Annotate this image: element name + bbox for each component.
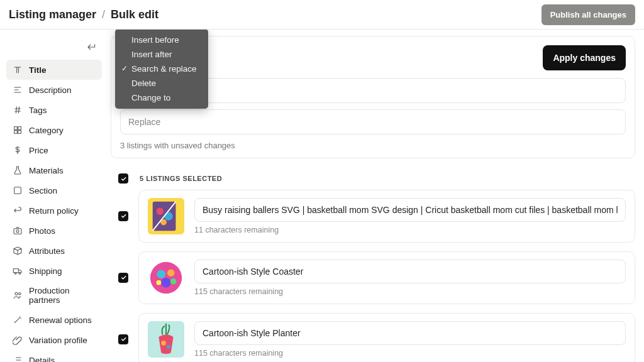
svg-rect-2 [14, 131, 18, 134]
svg-point-21 [161, 278, 170, 287]
sidebar-item-tags[interactable]: Tags [6, 100, 102, 120]
truck-icon [13, 266, 23, 276]
listing-title-input[interactable] [194, 321, 626, 345]
publish-button[interactable]: Publish all changes [541, 4, 635, 25]
svg-rect-5 [14, 229, 21, 234]
align-left-icon [13, 85, 23, 95]
operation-menu: Insert beforeInsert afterSearch & replac… [115, 30, 208, 109]
sidebar-item-section[interactable]: Section [6, 180, 102, 200]
grid-icon [13, 125, 23, 135]
listing-checkbox[interactable] [118, 273, 128, 283]
listing-row: 115 characters remaining [111, 313, 635, 362]
sidebar-item-return-policy[interactable]: Return policy [6, 200, 102, 221]
type-icon [13, 65, 23, 75]
sidebar-item-category[interactable]: Category [6, 120, 102, 140]
listing-card: 115 characters remaining [138, 313, 635, 362]
sidebar-item-label: Section [29, 186, 57, 195]
menu-item-insert-before[interactable]: Insert before [115, 33, 208, 47]
sidebar-item-label: Title [29, 65, 47, 75]
listing-title-input[interactable] [194, 260, 626, 283]
wand-icon [13, 315, 23, 325]
sidebar-item-production-partners[interactable]: Production partners [6, 281, 102, 310]
svg-point-15 [164, 212, 173, 221]
sidebar-item-label: Category [29, 126, 64, 135]
menu-item-change-to[interactable]: Change to [115, 90, 208, 105]
breadcrumb-root[interactable]: Listing manager [9, 8, 96, 21]
clip-icon [13, 335, 23, 345]
dollar-icon [13, 145, 23, 155]
sidebar: TitleDescriptionTagsCategoryPriceMateria… [0, 30, 106, 362]
bulk-edit-panel: Insert beforeInsert afterSearch & replac… [111, 36, 635, 158]
svg-point-20 [167, 269, 175, 277]
menu-item-delete[interactable]: Delete [115, 76, 208, 90]
listing-thumbnail[interactable] [148, 198, 184, 234]
box-icon [13, 246, 23, 256]
sidebar-item-label: Tags [29, 106, 47, 115]
svg-point-6 [16, 230, 19, 233]
sidebar-item-label: Price [29, 146, 48, 155]
beaker-icon [13, 165, 23, 175]
svg-point-22 [170, 278, 177, 285]
sidebar-item-label: Materials [29, 166, 64, 175]
svg-point-14 [157, 207, 164, 215]
sidebar-item-label: Variation profile [29, 336, 87, 345]
chars-remaining: 11 characters remaining [194, 226, 626, 234]
svg-rect-7 [13, 269, 18, 273]
app-header: Listing manager / Bulk edit Publish all … [0, 0, 644, 30]
sidebar-item-label: Photos [29, 226, 55, 236]
listing-card: 11 characters remaining [138, 190, 635, 243]
sidebar-item-renewal-options[interactable]: Renewal options [6, 310, 102, 330]
sidebar-item-shipping[interactable]: Shipping [6, 261, 102, 281]
sidebar-item-variation-profile[interactable]: Variation profile [6, 330, 102, 350]
chars-remaining: 115 characters remaining [194, 349, 626, 358]
replace-input[interactable] [120, 109, 626, 134]
svg-point-10 [15, 292, 18, 295]
select-all-checkbox[interactable] [118, 173, 128, 184]
unsaved-status: 3 listings with unsaved changes [120, 141, 626, 150]
svg-rect-1 [18, 127, 21, 130]
svg-point-9 [19, 273, 21, 275]
svg-point-23 [157, 280, 162, 285]
listing-checkbox[interactable] [118, 211, 128, 221]
sidebar-item-label: Return policy [29, 206, 79, 216]
square-icon [13, 185, 23, 195]
sidebar-item-title[interactable]: Title [6, 60, 102, 80]
list-icon [13, 355, 23, 362]
svg-point-26 [167, 345, 170, 349]
chars-remaining: 115 characters remaining [194, 287, 626, 296]
listing-title-input[interactable] [194, 198, 626, 222]
listing-row: 11 characters remaining [111, 190, 635, 243]
sidebar-item-label: Renewal options [29, 315, 92, 325]
users-icon [13, 290, 23, 300]
sidebar-item-label: Details [29, 356, 55, 363]
svg-rect-0 [14, 127, 18, 130]
return-icon [13, 206, 23, 216]
sidebar-item-label: Description [29, 85, 72, 95]
svg-point-25 [161, 341, 166, 346]
listing-thumbnail[interactable] [148, 260, 184, 296]
sidebar-item-description[interactable]: Description [6, 80, 102, 100]
menu-item-insert-after[interactable]: Insert after [115, 47, 208, 62]
sidebar-item-attributes[interactable]: Attributes [6, 241, 102, 261]
listings-container: 11 characters remaining115 characters re… [111, 190, 635, 362]
svg-rect-3 [18, 131, 21, 134]
listing-thumbnail[interactable] [148, 321, 184, 358]
back-icon[interactable] [87, 42, 97, 52]
sidebar-item-materials[interactable]: Materials [6, 160, 102, 180]
main-content: Insert beforeInsert afterSearch & replac… [106, 30, 644, 362]
sidebar-item-label: Attributes [29, 246, 65, 256]
listing-row: 115 characters remaining [111, 251, 635, 304]
sidebar-item-details[interactable]: Details [6, 350, 102, 362]
svg-point-8 [14, 273, 16, 275]
listing-checkbox[interactable] [118, 334, 128, 344]
sidebar-item-label: Production partners [29, 286, 96, 305]
apply-button[interactable]: Apply changes [543, 45, 626, 70]
menu-item-search-replace[interactable]: Search & replace [115, 62, 208, 76]
sidebar-item-photos[interactable]: Photos [6, 221, 102, 241]
breadcrumb-sep: / [102, 8, 105, 21]
listing-card: 115 characters remaining [138, 251, 635, 304]
hash-icon [13, 105, 23, 115]
sidebar-item-price[interactable]: Price [6, 140, 102, 160]
svg-rect-4 [14, 187, 21, 194]
sidebar-item-label: Shipping [29, 266, 62, 276]
